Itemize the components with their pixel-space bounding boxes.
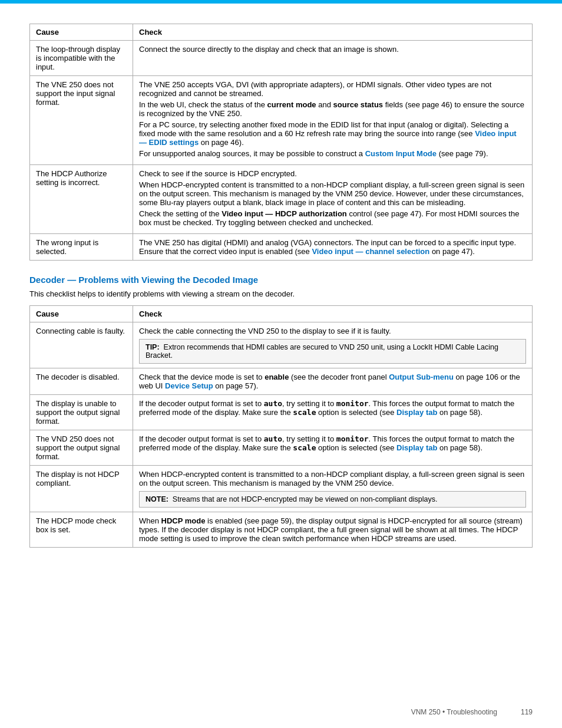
table-row: The HDCP mode check box is set. When HDC…: [30, 512, 533, 548]
footer: VNM 250 • Troubleshooting 119: [0, 708, 562, 716]
cause-cell: The VND 250 does not support the output …: [30, 430, 133, 466]
cause-cell: The display is not HDCP compliant.: [30, 466, 133, 512]
note-box: NOTE: Streams that are not HDCP-encrypte…: [139, 491, 526, 508]
cause-cell: The VNE 250 does not support the input s…: [30, 76, 133, 165]
tip-box: TIP: Extron recommends that HDMI cables …: [139, 339, 526, 364]
table-encoder-problems: Cause Check The loop-through display is …: [29, 24, 533, 261]
cause-cell: The display is unable to support the out…: [30, 395, 133, 430]
section-heading-decoder: Decoder — Problems with Viewing the Deco…: [29, 275, 533, 285]
table-row: The loop-through display is incompatible…: [30, 41, 533, 76]
check-cell: Check to see if the source is HDCP encry…: [133, 165, 533, 234]
cause-cell: The HDCP mode check box is set.: [30, 512, 133, 548]
section-intro-decoder: This checklist helps to identify problem…: [29, 289, 533, 298]
check-cell: The VNE 250 accepts VGA, DVI (with appro…: [133, 76, 533, 165]
check-cell: Connect the source directly to the displ…: [133, 41, 533, 76]
cause-cell: The decoder is disabled.: [30, 368, 133, 395]
table-row: The VND 250 does not support the output …: [30, 430, 533, 466]
check-cell: Check the cable connecting the VND 250 t…: [133, 322, 533, 368]
table-decoder-problems: Cause Check Connecting cable is faulty. …: [29, 305, 533, 548]
check-cell: When HDCP-encrypted content is transmitt…: [133, 466, 533, 512]
check-cell: If the decoder output format is set to a…: [133, 395, 533, 430]
table-row: The HDCP Authorize setting is incorrect.…: [30, 165, 533, 234]
top-bar: [0, 0, 562, 4]
cause-cell: Connecting cable is faulty.: [30, 322, 133, 368]
check-cell: When HDCP mode is enabled (see page 59),…: [133, 512, 533, 548]
col-header-check2: Check: [133, 306, 533, 322]
check-cell: Check that the device mode is set to ena…: [133, 368, 533, 395]
table-row: The display is unable to support the out…: [30, 395, 533, 430]
table-row: The wrong input is selected. The VNE 250…: [30, 234, 533, 261]
cause-cell: The loop-through display is incompatible…: [30, 41, 133, 76]
col-header-check: Check: [133, 24, 533, 41]
note-label: NOTE:: [146, 495, 168, 503]
col-header-cause: Cause: [30, 24, 133, 41]
check-cell: If the decoder output format is set to a…: [133, 430, 533, 466]
table-row: The VNE 250 does not support the input s…: [30, 76, 533, 165]
cause-cell: The wrong input is selected.: [30, 234, 133, 261]
table-row: Connecting cable is faulty. Check the ca…: [30, 322, 533, 368]
table-row: The decoder is disabled. Check that the …: [30, 368, 533, 395]
footer-page: 119: [521, 708, 533, 716]
cause-cell: The HDCP Authorize setting is incorrect.: [30, 165, 133, 234]
tip-label: TIP:: [146, 343, 160, 351]
footer-label: VNM 250 • Troubleshooting: [411, 708, 497, 716]
col-header-cause2: Cause: [30, 306, 133, 322]
table-row: The display is not HDCP compliant. When …: [30, 466, 533, 512]
check-cell: The VNE 250 has digital (HDMI) and analo…: [133, 234, 533, 261]
